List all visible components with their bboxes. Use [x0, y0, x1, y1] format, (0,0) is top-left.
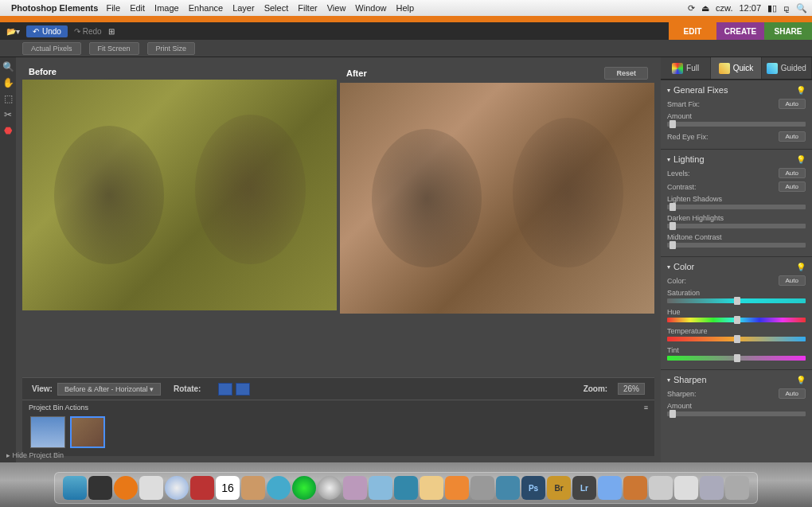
general-fixes-heading[interactable]: General Fixes💡	[667, 84, 806, 96]
menu-select[interactable]: Select	[264, 3, 289, 13]
project-bin-collapse-icon[interactable]: ≡	[644, 404, 648, 411]
redeye-tool-icon[interactable]: ⬣	[2, 124, 14, 137]
battery-icon[interactable]: ▮▯	[767, 3, 777, 14]
dock-timemachine-icon[interactable]	[292, 476, 316, 500]
zoom-label: Zoom:	[584, 384, 608, 393]
actual-pixels-button[interactable]: Actual Pixels	[22, 42, 81, 55]
dock-dictionary-icon[interactable]	[190, 476, 214, 500]
sharpen-amount-slider[interactable]	[667, 411, 806, 416]
tab-create[interactable]: CREATE	[716, 22, 764, 40]
redo-button[interactable]: ↷ Redo	[74, 27, 102, 36]
crop-tool-icon[interactable]: ✂	[2, 108, 14, 121]
spotlight-icon[interactable]: 🔍	[796, 3, 807, 14]
lighten-shadows-slider[interactable]	[667, 205, 806, 209]
menu-image[interactable]: Image	[154, 3, 179, 13]
view-mode-dropdown[interactable]: Before & After - Horizontal ▾	[57, 383, 161, 396]
dock-app-icon[interactable]	[649, 476, 673, 500]
dock-mail-icon[interactable]	[139, 476, 163, 500]
dock-photoshop-icon[interactable]: Ps	[521, 476, 545, 500]
dock-folder-icon[interactable]	[700, 476, 724, 500]
dock-lightroom-icon[interactable]: Lr	[572, 476, 596, 500]
selection-tool-icon[interactable]: ⬚	[2, 92, 14, 105]
tab-edit[interactable]: EDIT	[669, 22, 716, 40]
red-eye-auto-button[interactable]: Auto	[779, 131, 806, 142]
lighting-heading[interactable]: Lighting💡	[667, 153, 806, 166]
dock-vlc-icon[interactable]	[445, 476, 469, 500]
bluetooth-icon[interactable]: ⚼	[783, 3, 790, 14]
darken-highlights-slider[interactable]	[667, 224, 806, 228]
dock-iphoto-icon[interactable]	[420, 476, 443, 500]
dock-sysprefs-icon[interactable]	[470, 476, 494, 500]
dock-preview-icon[interactable]	[369, 476, 392, 500]
tip-icon[interactable]: 💡	[796, 263, 806, 271]
print-size-button[interactable]: Print Size	[147, 42, 196, 55]
dock-trash-icon[interactable]	[725, 476, 749, 500]
red-eye-label: Red Eye Fix:	[667, 133, 709, 141]
rotate-cw-button[interactable]	[236, 383, 250, 396]
menu-file[interactable]: File	[106, 3, 120, 13]
before-image[interactable]	[22, 80, 337, 310]
menu-help[interactable]: Help	[396, 3, 414, 13]
sharpen-auto-button[interactable]: Auto	[779, 388, 806, 399]
clock-time: 12:07	[739, 3, 761, 13]
mode-full[interactable]: Full	[661, 57, 711, 79]
zoom-value[interactable]: 26%	[618, 383, 645, 395]
open-icon[interactable]: 📂▾	[6, 27, 20, 36]
tip-icon[interactable]: 💡	[796, 155, 806, 164]
dock-skype-icon[interactable]	[267, 476, 291, 500]
dock-safari-icon[interactable]	[165, 476, 189, 500]
menu-filter[interactable]: Filter	[298, 3, 317, 13]
tint-slider[interactable]	[667, 356, 806, 361]
reset-button[interactable]: Reset	[604, 67, 648, 80]
color-heading[interactable]: Color💡	[667, 260, 806, 273]
smart-fix-auto-button[interactable]: Auto	[779, 99, 806, 109]
app-name[interactable]: Photoshop Elements	[11, 3, 98, 13]
undo-button[interactable]: ↶ Undo	[26, 25, 68, 37]
sharpen-heading[interactable]: Sharpen💡	[667, 373, 806, 386]
saturation-slider[interactable]	[667, 298, 806, 303]
tab-share[interactable]: SHARE	[764, 22, 812, 40]
dock-app-icon[interactable]	[598, 476, 622, 500]
after-image[interactable]	[340, 83, 654, 314]
tip-icon[interactable]: 💡	[796, 376, 806, 384]
temperature-slider[interactable]	[667, 337, 806, 341]
dock-itunes-icon[interactable]	[318, 476, 342, 500]
dock-dashboard-icon[interactable]	[88, 476, 112, 500]
mode-quick[interactable]: Quick	[711, 57, 761, 79]
panel-lighting: Lighting💡 Levels:Auto Contrast:Auto Ligh…	[661, 149, 812, 256]
dock-finder-icon[interactable]	[63, 476, 87, 500]
bin-thumbnail-2[interactable]	[70, 416, 105, 448]
menu-window[interactable]: Window	[355, 3, 386, 13]
sync-icon[interactable]: ⟳	[688, 3, 695, 14]
dock-app-icon[interactable]	[674, 476, 698, 500]
menu-view[interactable]: View	[327, 3, 346, 13]
midtone-contrast-slider[interactable]	[667, 243, 806, 248]
dock-firefox-icon[interactable]	[114, 476, 138, 500]
levels-auto-button[interactable]: Auto	[779, 168, 806, 178]
dock-camera-icon[interactable]	[496, 476, 520, 500]
hide-project-bin-toggle[interactable]: ▸ Hide Project Bin	[6, 451, 64, 459]
project-bin-title[interactable]: Project Bin Actions	[29, 404, 88, 411]
zoom-tool-icon[interactable]: 🔍	[2, 60, 14, 73]
toolbar-extra-icon[interactable]: ⊞	[108, 27, 115, 36]
menu-edit[interactable]: Edit	[130, 3, 145, 13]
bin-thumbnail-1[interactable]	[30, 416, 65, 448]
menu-layer[interactable]: Layer	[232, 3, 255, 13]
dock-addressbook-icon[interactable]	[241, 476, 265, 500]
dock-app-icon[interactable]	[623, 476, 647, 500]
eject-icon[interactable]: ⏏	[701, 3, 709, 14]
dock-ical-icon[interactable]: 16	[216, 476, 240, 500]
hand-tool-icon[interactable]: ✋	[2, 76, 14, 89]
rotate-ccw-button[interactable]	[218, 383, 232, 396]
contrast-auto-button[interactable]: Auto	[779, 181, 806, 192]
menu-enhance[interactable]: Enhance	[189, 3, 223, 13]
dock-bridge-icon[interactable]: Br	[547, 476, 571, 500]
mode-guided[interactable]: Guided	[762, 57, 812, 79]
smart-fix-amount-slider[interactable]	[667, 122, 806, 127]
fit-screen-button[interactable]: Fit Screen	[89, 42, 139, 55]
hue-slider[interactable]	[667, 318, 806, 322]
dock-quicktime-icon[interactable]	[394, 476, 418, 500]
tip-icon[interactable]: 💡	[796, 86, 806, 95]
color-auto-button[interactable]: Auto	[779, 275, 806, 286]
dock-app-icon[interactable]	[343, 476, 367, 500]
